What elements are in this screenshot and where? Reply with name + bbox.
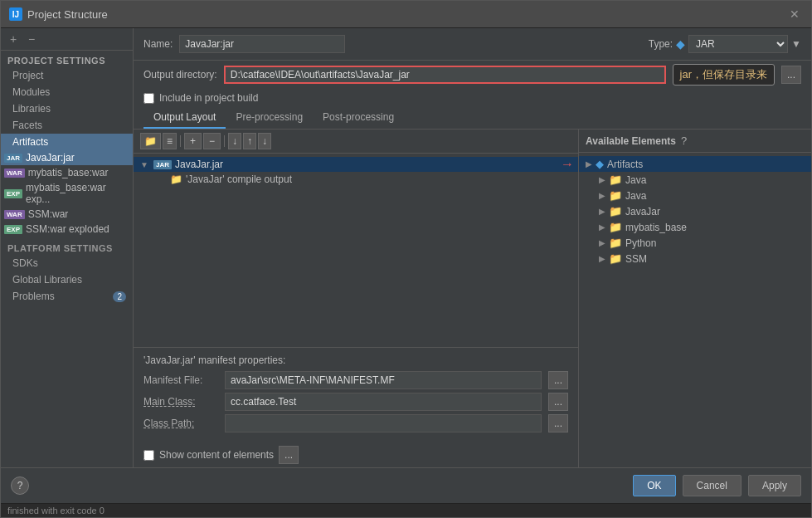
folder-icon: 📁	[609, 205, 622, 217]
artifact-item-label: mybatis_base:war	[28, 167, 109, 178]
type-select[interactable]: JAR	[688, 35, 788, 53]
output-layout-toolbar: 📁 ≡ + − ↓ ↑ ↓	[134, 130, 578, 154]
expand-icon: ▶	[599, 222, 605, 232]
avail-item-ssm[interactable]: ▶ 📁 SSM	[579, 251, 811, 266]
output-add-button[interactable]: +	[184, 133, 202, 149]
output-list-button[interactable]: ≡	[163, 133, 177, 149]
manifest-title: 'JavaJar.jar' manifest properties:	[143, 354, 568, 366]
artifact-item-ssm-war[interactable]: WAR SSM:war	[1, 207, 133, 222]
tab-post-processing[interactable]: Post-processing	[313, 107, 404, 129]
cancel-button[interactable]: Cancel	[683, 475, 741, 496]
manifest-file-input[interactable]	[225, 371, 542, 389]
artifact-item-javajar[interactable]: JAR JavaJar:jar	[1, 150, 133, 165]
output-folder-button[interactable]: 📁	[140, 133, 161, 149]
available-tree: ▶ ◆ Artifacts ▶ 📁 Java ▶ 📁 Java	[579, 153, 811, 467]
show-content-browse-button[interactable]: ...	[279, 446, 299, 464]
artifact-item-ssm-exploded[interactable]: EXP SSM:war exploded	[1, 222, 133, 237]
tree-item-javajar[interactable]: ▼ JAR JavaJar.jar →	[134, 157, 578, 172]
avail-item-java1[interactable]: ▶ 📁 Java	[579, 172, 811, 188]
show-content-checkbox[interactable]	[143, 450, 154, 461]
manifest-file-browse-button[interactable]: ...	[548, 371, 568, 389]
include-in-build-row: Include in project build	[134, 89, 811, 107]
folder-icon: 📁	[609, 237, 622, 249]
expand-icon: ▶	[599, 175, 605, 184]
manifest-section: 'JavaJar.jar' manifest properties: Manif…	[134, 347, 578, 442]
help-button[interactable]: ?	[11, 476, 29, 495]
available-help-icon[interactable]: ?	[681, 134, 687, 147]
apply-button[interactable]: Apply	[748, 475, 801, 496]
left-panel: + − Project Settings Project Modules Lib…	[1, 28, 134, 467]
folder-icon: 📁	[170, 173, 182, 185]
avail-item-mybatis[interactable]: ▶ 📁 mybatis_base	[579, 219, 811, 235]
include-in-build-checkbox[interactable]	[143, 93, 154, 104]
artifacts-icon: ◆	[596, 158, 604, 170]
tab-content-area: 📁 ≡ + − ↓ ↑ ↓ ▼ JAR Java	[134, 130, 811, 467]
output-down-button[interactable]: ↓	[258, 133, 271, 149]
nav-section: Project Settings Project Modules Librari…	[1, 51, 133, 467]
output-dir-row: Output directory: jar，但保存目录来 ...	[134, 61, 811, 89]
avail-item-artifacts[interactable]: ▶ ◆ Artifacts	[579, 156, 811, 172]
output-up-button[interactable]: ↑	[243, 133, 256, 149]
avail-item-label: Java	[625, 190, 646, 202]
avail-item-label: Python	[625, 237, 656, 249]
expand-icon: ▼	[140, 160, 150, 169]
folder-icon: 📁	[609, 252, 622, 265]
title-bar-left: IJ Project Structure	[9, 7, 108, 21]
manifest-file-label: Manifest File:	[143, 374, 218, 386]
war-icon: WAR	[4, 210, 25, 219]
add-artifact-button[interactable]: +	[6, 32, 21, 46]
class-path-browse-button[interactable]: ...	[548, 414, 568, 432]
close-button[interactable]: ✕	[786, 6, 803, 22]
output-download-button[interactable]: ↓	[228, 133, 241, 149]
red-arrow-right: →	[561, 157, 574, 172]
browse-output-dir-button[interactable]: ...	[781, 66, 801, 84]
output-dir-input[interactable]	[224, 66, 666, 84]
avail-item-java2[interactable]: ▶ 📁 Java	[579, 188, 811, 203]
sidebar-item-project[interactable]: Project	[1, 67, 133, 84]
artifact-item-label: JavaJar:jar	[26, 152, 75, 164]
right-panel: Name: Type: ◆ JAR ▼ Output directory: ja…	[134, 28, 811, 467]
tab-pre-processing[interactable]: Pre-processing	[226, 107, 313, 129]
class-path-input[interactable]	[225, 414, 542, 432]
sidebar-item-sdks[interactable]: SDKs	[1, 255, 133, 271]
app-icon: IJ	[9, 7, 22, 21]
sidebar-item-problems[interactable]: Problems 2	[1, 288, 133, 305]
type-dropdown-icon: ▼	[791, 38, 801, 50]
artifact-item-mybatis-exploded[interactable]: EXP mybatis_base:war exp...	[1, 180, 133, 207]
avail-item-python[interactable]: ▶ 📁 Python	[579, 235, 811, 251]
name-input[interactable]	[179, 35, 345, 53]
artifact-list: JAR JavaJar:jar WAR mybatis_base:war EXP…	[1, 150, 133, 237]
remove-artifact-button[interactable]: −	[24, 32, 39, 46]
main-class-label: Main Class:	[143, 396, 218, 408]
output-remove-button[interactable]: −	[203, 133, 221, 149]
bottom-right: OK Cancel Apply	[633, 475, 801, 496]
exploded-icon: EXP	[4, 189, 22, 198]
jar-type-icon: ◆	[676, 37, 685, 51]
right-header: Name: Type: ◆ JAR ▼	[134, 28, 811, 61]
sidebar-item-modules[interactable]: Modules	[1, 84, 133, 100]
sidebar-item-facets[interactable]: Facets	[1, 117, 133, 134]
artifact-item-mybatis-war[interactable]: WAR mybatis_base:war	[1, 165, 133, 180]
expand-icon: ▶	[599, 191, 605, 200]
folder-icon: 📁	[609, 221, 622, 233]
sidebar-item-libraries[interactable]: Libraries	[1, 100, 133, 117]
jar-icon: JAR	[153, 160, 172, 169]
avail-item-label: Artifacts	[607, 159, 643, 170]
title-bar: IJ Project Structure ✕	[1, 1, 811, 28]
main-class-browse-button[interactable]: ...	[548, 393, 568, 411]
tree-item-label: JavaJar.jar	[175, 159, 223, 170]
available-header-text: Available Elements	[586, 135, 676, 147]
class-path-row: Class Path: ...	[143, 414, 568, 432]
content-area: + − Project Settings Project Modules Lib…	[1, 28, 811, 467]
tree-item-compile-output[interactable]: 📁 'JavaJar' compile output	[134, 172, 578, 187]
name-field-row: Name:	[143, 35, 345, 53]
show-content-label: Show content of elements	[159, 449, 274, 461]
sidebar-item-global-libraries[interactable]: Global Libraries	[1, 271, 133, 288]
artifact-item-label: SSM:war	[28, 208, 69, 220]
name-label: Name:	[143, 38, 173, 50]
avail-item-javajar[interactable]: ▶ 📁 JavaJar	[579, 203, 811, 219]
tab-output-layout[interactable]: Output Layout	[143, 107, 226, 129]
main-class-input[interactable]	[225, 393, 542, 411]
sidebar-item-artifacts[interactable]: Artifacts	[1, 134, 133, 150]
ok-button[interactable]: OK	[633, 475, 675, 496]
